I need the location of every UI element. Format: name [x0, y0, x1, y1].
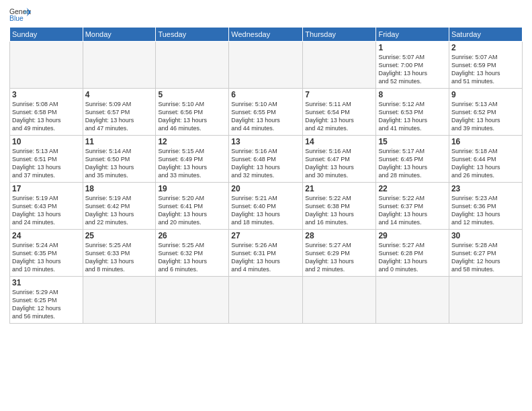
day-number: 2: [451, 43, 520, 52]
calendar-cell: 23Sunrise: 5:23 AM Sunset: 6:36 PM Dayli…: [449, 183, 522, 230]
calendar-cell: 10Sunrise: 5:13 AM Sunset: 6:51 PM Dayli…: [10, 136, 83, 183]
week-row-2: 3Sunrise: 5:08 AM Sunset: 6:58 PM Daylig…: [10, 89, 523, 136]
weekday-header-thursday: Thursday: [303, 28, 376, 42]
svg-text:Blue: Blue: [9, 15, 24, 22]
day-number: 9: [451, 90, 520, 99]
day-info: Sunrise: 5:25 AM Sunset: 6:33 PM Dayligh…: [85, 241, 154, 274]
calendar-cell: 6Sunrise: 5:10 AM Sunset: 6:55 PM Daylig…: [229, 89, 303, 136]
day-info: Sunrise: 5:27 AM Sunset: 6:29 PM Dayligh…: [305, 241, 373, 274]
week-row-3: 10Sunrise: 5:13 AM Sunset: 6:51 PM Dayli…: [10, 136, 523, 183]
calendar-cell: 16Sunrise: 5:18 AM Sunset: 6:44 PM Dayli…: [449, 136, 522, 183]
day-number: 22: [378, 184, 446, 193]
day-number: 19: [158, 184, 226, 193]
calendar-cell: 2Sunrise: 5:07 AM Sunset: 6:59 PM Daylig…: [449, 42, 522, 89]
day-info: Sunrise: 5:16 AM Sunset: 6:48 PM Dayligh…: [231, 147, 300, 180]
calendar-cell: [376, 277, 449, 324]
day-number: 16: [451, 137, 520, 146]
day-info: Sunrise: 5:21 AM Sunset: 6:40 PM Dayligh…: [231, 194, 300, 227]
week-row-1: 1Sunrise: 5:07 AM Sunset: 7:00 PM Daylig…: [10, 42, 523, 89]
calendar-cell: 8Sunrise: 5:12 AM Sunset: 6:53 PM Daylig…: [376, 89, 449, 136]
calendar-cell: 7Sunrise: 5:11 AM Sunset: 6:54 PM Daylig…: [303, 89, 376, 136]
week-row-6: 31Sunrise: 5:29 AM Sunset: 6:25 PM Dayli…: [10, 277, 523, 324]
day-info: Sunrise: 5:15 AM Sunset: 6:49 PM Dayligh…: [158, 147, 226, 180]
day-info: Sunrise: 5:13 AM Sunset: 6:51 PM Dayligh…: [12, 147, 81, 180]
day-info: Sunrise: 5:09 AM Sunset: 6:57 PM Dayligh…: [85, 100, 154, 133]
week-row-4: 17Sunrise: 5:19 AM Sunset: 6:43 PM Dayli…: [10, 183, 523, 230]
calendar-cell: 14Sunrise: 5:16 AM Sunset: 6:47 PM Dayli…: [303, 136, 376, 183]
day-number: 28: [305, 231, 373, 240]
calendar-cell: [156, 42, 229, 89]
day-info: Sunrise: 5:17 AM Sunset: 6:45 PM Dayligh…: [378, 147, 446, 180]
day-info: Sunrise: 5:23 AM Sunset: 6:36 PM Dayligh…: [451, 194, 520, 227]
weekday-header-friday: Friday: [376, 28, 449, 42]
calendar-cell: 27Sunrise: 5:26 AM Sunset: 6:31 PM Dayli…: [229, 230, 303, 277]
day-info: Sunrise: 5:07 AM Sunset: 6:59 PM Dayligh…: [451, 53, 520, 86]
day-number: 15: [378, 137, 446, 146]
calendar-cell: 11Sunrise: 5:14 AM Sunset: 6:50 PM Dayli…: [83, 136, 156, 183]
day-number: 6: [231, 90, 300, 99]
calendar-cell: [229, 42, 303, 89]
day-number: 3: [12, 90, 81, 99]
day-info: Sunrise: 5:28 AM Sunset: 6:27 PM Dayligh…: [451, 241, 520, 274]
day-number: 17: [12, 184, 81, 193]
calendar-cell: 5Sunrise: 5:10 AM Sunset: 6:56 PM Daylig…: [156, 89, 229, 136]
calendar-cell: [83, 277, 156, 324]
calendar-cell: 1Sunrise: 5:07 AM Sunset: 7:00 PM Daylig…: [376, 42, 449, 89]
calendar-cell: [10, 42, 83, 89]
calendar-cell: 4Sunrise: 5:09 AM Sunset: 6:57 PM Daylig…: [83, 89, 156, 136]
calendar-cell: [303, 42, 376, 89]
day-info: Sunrise: 5:08 AM Sunset: 6:58 PM Dayligh…: [12, 100, 81, 133]
logo-icon: General Blue: [9, 7, 31, 23]
day-number: 18: [85, 184, 154, 193]
calendar-cell: 15Sunrise: 5:17 AM Sunset: 6:45 PM Dayli…: [376, 136, 449, 183]
weekday-header-saturday: Saturday: [449, 28, 522, 42]
day-info: Sunrise: 5:24 AM Sunset: 6:35 PM Dayligh…: [12, 241, 81, 274]
day-info: Sunrise: 5:27 AM Sunset: 6:28 PM Dayligh…: [378, 241, 446, 274]
day-number: 7: [305, 90, 373, 99]
calendar-cell: 20Sunrise: 5:21 AM Sunset: 6:40 PM Dayli…: [229, 183, 303, 230]
day-info: Sunrise: 5:10 AM Sunset: 6:56 PM Dayligh…: [158, 100, 226, 133]
calendar-cell: 22Sunrise: 5:22 AM Sunset: 6:37 PM Dayli…: [376, 183, 449, 230]
day-info: Sunrise: 5:22 AM Sunset: 6:38 PM Dayligh…: [305, 194, 373, 227]
calendar-cell: [229, 277, 303, 324]
day-number: 29: [378, 231, 446, 240]
calendar-cell: 18Sunrise: 5:19 AM Sunset: 6:42 PM Dayli…: [83, 183, 156, 230]
calendar-cell: 21Sunrise: 5:22 AM Sunset: 6:38 PM Dayli…: [303, 183, 376, 230]
calendar-cell: 13Sunrise: 5:16 AM Sunset: 6:48 PM Dayli…: [229, 136, 303, 183]
calendar-cell: 31Sunrise: 5:29 AM Sunset: 6:25 PM Dayli…: [10, 277, 83, 324]
day-info: Sunrise: 5:22 AM Sunset: 6:37 PM Dayligh…: [378, 194, 446, 227]
day-number: 26: [158, 231, 226, 240]
calendar-cell: 26Sunrise: 5:25 AM Sunset: 6:32 PM Dayli…: [156, 230, 229, 277]
day-info: Sunrise: 5:16 AM Sunset: 6:47 PM Dayligh…: [305, 147, 373, 180]
day-number: 14: [305, 137, 373, 146]
day-info: Sunrise: 5:19 AM Sunset: 6:43 PM Dayligh…: [12, 194, 81, 227]
day-number: 5: [158, 90, 226, 99]
weekday-header-sunday: Sunday: [10, 28, 83, 42]
day-number: 13: [231, 137, 300, 146]
day-number: 1: [378, 43, 446, 52]
day-info: Sunrise: 5:12 AM Sunset: 6:53 PM Dayligh…: [378, 100, 446, 133]
week-row-5: 24Sunrise: 5:24 AM Sunset: 6:35 PM Dayli…: [10, 230, 523, 277]
day-number: 21: [305, 184, 373, 193]
calendar-cell: [449, 277, 522, 324]
day-number: 8: [378, 90, 446, 99]
calendar-cell: 25Sunrise: 5:25 AM Sunset: 6:33 PM Dayli…: [83, 230, 156, 277]
header: General Blue: [9, 7, 523, 23]
weekday-header-tuesday: Tuesday: [156, 28, 229, 42]
day-info: Sunrise: 5:13 AM Sunset: 6:52 PM Dayligh…: [451, 100, 520, 133]
day-number: 23: [451, 184, 520, 193]
day-number: 27: [231, 231, 300, 240]
logo: General Blue: [9, 7, 31, 23]
day-info: Sunrise: 5:14 AM Sunset: 6:50 PM Dayligh…: [85, 147, 154, 180]
calendar-cell: 29Sunrise: 5:27 AM Sunset: 6:28 PM Dayli…: [376, 230, 449, 277]
day-number: 30: [451, 231, 520, 240]
day-number: 10: [12, 137, 81, 146]
calendar-cell: 3Sunrise: 5:08 AM Sunset: 6:58 PM Daylig…: [10, 89, 83, 136]
day-number: 4: [85, 90, 154, 99]
day-info: Sunrise: 5:10 AM Sunset: 6:55 PM Dayligh…: [231, 100, 300, 133]
day-info: Sunrise: 5:18 AM Sunset: 6:44 PM Dayligh…: [451, 147, 520, 180]
day-number: 31: [12, 278, 81, 287]
calendar-cell: 12Sunrise: 5:15 AM Sunset: 6:49 PM Dayli…: [156, 136, 229, 183]
calendar-table: SundayMondayTuesdayWednesdayThursdayFrid…: [9, 27, 523, 324]
calendar-cell: 24Sunrise: 5:24 AM Sunset: 6:35 PM Dayli…: [10, 230, 83, 277]
